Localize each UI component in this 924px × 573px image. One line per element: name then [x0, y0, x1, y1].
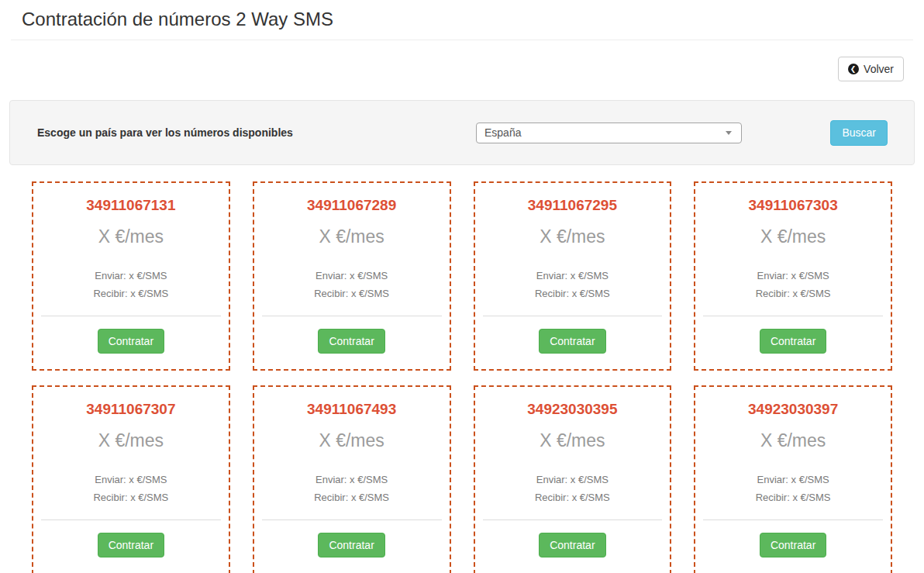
- chevron-down-icon: [726, 131, 732, 135]
- send-rate: Enviar: x €/SMS: [33, 267, 229, 285]
- contract-button[interactable]: Contratar: [318, 533, 384, 557]
- page: Contratación de números 2 Way SMS ❮ Volv…: [0, 0, 924, 573]
- phone-number: 34911067307: [33, 401, 229, 418]
- number-card: 34911067289 X €/mes Enviar: x €/SMS Reci…: [253, 181, 451, 371]
- divider: [483, 519, 663, 520]
- monthly-price: X €/mes: [695, 430, 891, 450]
- monthly-price: X €/mes: [475, 430, 671, 450]
- country-select-value: España: [484, 126, 726, 139]
- monthly-price: X €/mes: [475, 226, 671, 247]
- rates: Enviar: x €/SMS Recibir: x €/SMS: [695, 267, 891, 302]
- send-rate: Enviar: x €/SMS: [475, 267, 671, 285]
- receive-rate: Recibir: x €/SMS: [695, 488, 891, 506]
- monthly-price: X €/mes: [33, 226, 229, 247]
- country-select-label: Escoge un país para ver los números disp…: [37, 126, 476, 139]
- phone-number: 34923030395: [475, 401, 671, 418]
- rates: Enviar: x €/SMS Recibir: x €/SMS: [475, 471, 671, 506]
- contract-button[interactable]: Contratar: [539, 329, 605, 354]
- arrow-circle-left-icon: ❮: [848, 64, 859, 74]
- phone-number: 34911067131: [33, 197, 229, 214]
- send-rate: Enviar: x €/SMS: [695, 471, 891, 488]
- phone-number: 34911067289: [254, 197, 450, 214]
- back-button-label: Volver: [864, 63, 894, 75]
- search-button[interactable]: Buscar: [830, 120, 888, 146]
- send-rate: Enviar: x €/SMS: [254, 267, 450, 285]
- receive-rate: Recibir: x €/SMS: [33, 285, 229, 302]
- number-card: 34923030397 X €/mes Enviar: x €/SMS Reci…: [694, 385, 892, 573]
- divider: [262, 316, 442, 316]
- divider: [41, 316, 221, 316]
- monthly-price: X €/mes: [695, 226, 891, 247]
- contract-button[interactable]: Contratar: [98, 533, 164, 557]
- receive-rate: Recibir: x €/SMS: [254, 285, 450, 302]
- contract-button[interactable]: Contratar: [98, 329, 164, 354]
- contract-button[interactable]: Contratar: [318, 329, 384, 354]
- divider: [483, 316, 663, 316]
- monthly-price: X €/mes: [254, 430, 450, 450]
- contract-button[interactable]: Contratar: [760, 533, 826, 557]
- phone-number: 34911067295: [475, 197, 671, 214]
- rates: Enviar: x €/SMS Recibir: x €/SMS: [695, 471, 891, 506]
- contract-button[interactable]: Contratar: [539, 533, 605, 557]
- receive-rate: Recibir: x €/SMS: [475, 488, 671, 506]
- number-card: 34911067303 X €/mes Enviar: x €/SMS Reci…: [694, 181, 892, 371]
- divider: [262, 519, 442, 520]
- receive-rate: Recibir: x €/SMS: [695, 285, 891, 302]
- toolbar: ❮ Volver: [11, 57, 913, 81]
- rates: Enviar: x €/SMS Recibir: x €/SMS: [475, 267, 671, 302]
- divider: [703, 519, 883, 520]
- rates: Enviar: x €/SMS Recibir: x €/SMS: [33, 267, 229, 302]
- number-card: 34911067307 X €/mes Enviar: x €/SMS Reci…: [32, 385, 230, 573]
- send-rate: Enviar: x €/SMS: [475, 471, 671, 488]
- numbers-grid: 34911067131 X €/mes Enviar: x €/SMS Reci…: [11, 181, 913, 573]
- receive-rate: Recibir: x €/SMS: [33, 488, 229, 506]
- send-rate: Enviar: x €/SMS: [254, 471, 450, 488]
- rates: Enviar: x €/SMS Recibir: x €/SMS: [33, 471, 229, 506]
- back-button[interactable]: ❮ Volver: [838, 57, 904, 81]
- contract-button[interactable]: Contratar: [760, 329, 826, 354]
- phone-number: 34923030397: [695, 401, 891, 418]
- phone-number: 34911067303: [695, 197, 891, 214]
- monthly-price: X €/mes: [254, 226, 450, 247]
- divider: [41, 519, 221, 520]
- receive-rate: Recibir: x €/SMS: [254, 488, 450, 506]
- monthly-price: X €/mes: [33, 430, 229, 450]
- number-card: 34911067131 X €/mes Enviar: x €/SMS Reci…: [32, 181, 230, 371]
- page-title: Contratación de números 2 Way SMS: [11, 0, 913, 40]
- rates: Enviar: x €/SMS Recibir: x €/SMS: [254, 267, 450, 302]
- send-rate: Enviar: x €/SMS: [695, 267, 891, 285]
- phone-number: 34911067493: [254, 401, 450, 418]
- country-select[interactable]: España: [476, 123, 742, 143]
- send-rate: Enviar: x €/SMS: [33, 471, 229, 488]
- rates: Enviar: x €/SMS Recibir: x €/SMS: [254, 471, 450, 506]
- country-search-panel: Escoge un país para ver los números disp…: [9, 100, 915, 165]
- divider: [703, 316, 883, 316]
- number-card: 34911067295 X €/mes Enviar: x €/SMS Reci…: [474, 181, 672, 371]
- receive-rate: Recibir: x €/SMS: [475, 285, 671, 302]
- number-card: 34911067493 X €/mes Enviar: x €/SMS Reci…: [253, 385, 451, 573]
- number-card: 34923030395 X €/mes Enviar: x €/SMS Reci…: [474, 385, 672, 573]
